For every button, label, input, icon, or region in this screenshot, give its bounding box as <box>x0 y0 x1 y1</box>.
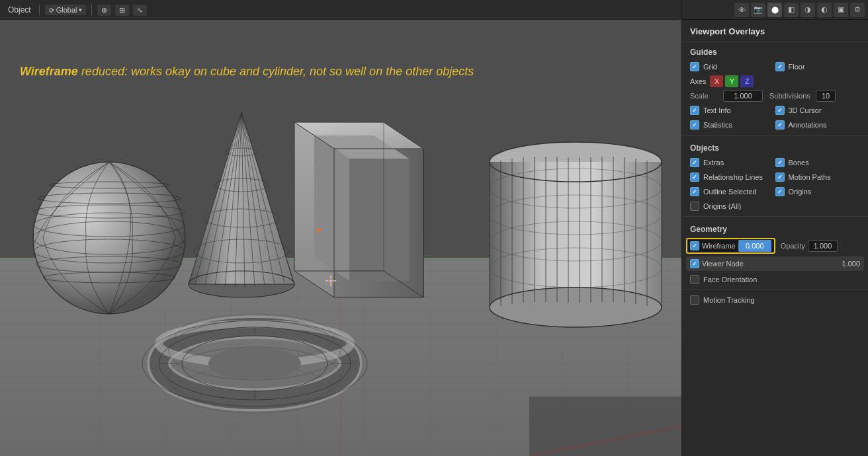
axes-buttons: X Y Z <box>710 75 754 87</box>
axis-y-btn[interactable]: Y <box>725 75 738 87</box>
svg-point-127 <box>328 278 333 284</box>
shading-solid[interactable]: ◧ <box>784 3 799 17</box>
subdivisions-input[interactable] <box>816 90 836 102</box>
svg-point-114 <box>182 336 327 391</box>
svg-point-42 <box>43 272 175 283</box>
shading-rendered[interactable]: ◐ <box>817 3 832 17</box>
svg-point-109 <box>490 287 662 327</box>
proportional-edit[interactable]: ∿ <box>133 5 147 16</box>
motionpaths-label: Motion Paths <box>789 173 831 181</box>
motion-tracking-row: Motion Tracking <box>682 293 868 307</box>
right-panel: 👁 📷 ⬤ ◧ ◑ ◐ ▣ ⚙ Viewport Overlays Guides… <box>681 0 868 456</box>
svg-line-51 <box>225 112 241 286</box>
text-info-cursor-row: Text Info 3D Cursor <box>682 103 868 118</box>
bones-checkbox[interactable] <box>775 158 785 167</box>
divider-1 <box>682 135 868 135</box>
svg-line-57 <box>241 112 284 283</box>
svg-rect-86 <box>490 162 662 307</box>
opacity-input[interactable] <box>808 240 838 252</box>
scale-input[interactable] <box>723 90 763 102</box>
settings-icon[interactable]: ⚙ <box>850 3 865 17</box>
outline-col: Outline Selected <box>690 187 775 196</box>
origins-checkbox[interactable] <box>775 187 785 196</box>
svg-line-49 <box>205 112 241 284</box>
proportional-icon: ∿ <box>137 6 143 15</box>
wireframe-checkbox[interactable] <box>690 241 699 250</box>
svg-point-63 <box>189 271 294 297</box>
svg-line-48 <box>195 112 241 283</box>
svg-point-128 <box>329 280 332 282</box>
annotations-label: Annotations <box>789 121 827 129</box>
text-info-checkbox[interactable] <box>690 106 699 115</box>
svg-point-112 <box>159 324 351 363</box>
svg-point-107 <box>490 221 662 261</box>
opacity-section: Opacity <box>778 238 864 254</box>
transform-orientation[interactable]: ⟳ Global ▾ <box>45 5 87 15</box>
grid-col: Grid <box>690 62 775 71</box>
panel-title: Viewport Overlays <box>682 20 868 42</box>
svg-marker-69 <box>314 135 349 281</box>
svg-point-113 <box>159 327 351 400</box>
separator-2 <box>91 5 92 15</box>
viewport[interactable]: Object ⟳ Global ▾ ⊕ ⊞ ∿ <box>0 0 681 456</box>
svg-line-6 <box>298 238 351 456</box>
face-orientation-row: Face Orientation <box>682 272 868 287</box>
origins-all-checkbox[interactable] <box>690 202 699 211</box>
motion-tracking-checkbox[interactable] <box>690 295 699 305</box>
svg-point-41 <box>36 256 182 272</box>
svg-line-72 <box>384 122 423 149</box>
axis-x-btn[interactable]: X <box>710 75 723 87</box>
top-toolbar: Object ⟳ Global ▾ ⊕ ⊞ ∿ <box>0 0 681 20</box>
extras-checkbox[interactable] <box>690 158 699 167</box>
shading-wireframe-btn[interactable]: ▣ <box>834 3 848 17</box>
rellines-col: Relationship Lines <box>690 172 775 182</box>
svg-rect-0 <box>0 20 681 456</box>
rellines-checkbox[interactable] <box>690 172 699 182</box>
annotations-checkbox[interactable] <box>775 120 785 130</box>
axis-z-btn[interactable]: Z <box>740 75 754 87</box>
divider-3 <box>682 289 868 290</box>
svg-point-45 <box>33 162 185 314</box>
svg-line-9 <box>423 238 595 456</box>
camera-icon[interactable]: 📷 <box>751 3 765 17</box>
pivot-point[interactable]: ⊕ <box>97 5 111 16</box>
motionpaths-checkbox[interactable] <box>775 172 785 182</box>
wireframe-label: Wireframe <box>702 242 736 250</box>
svg-point-124 <box>208 347 301 380</box>
floor-checkbox[interactable] <box>775 62 785 71</box>
viewer-node-container: Viewer Node 1.000 <box>686 256 864 271</box>
shading-material[interactable]: ◑ <box>801 3 815 17</box>
svg-line-75 <box>294 271 334 297</box>
stats-annotations-row: Statistics Annotations <box>682 118 868 132</box>
svg-point-43 <box>38 193 181 204</box>
rellines-motionpaths-row: Relationship Lines Motion Paths <box>682 170 868 184</box>
cursor-label: 3D Cursor <box>789 106 822 114</box>
svg-point-40 <box>34 239 185 263</box>
svg-point-61 <box>204 209 279 227</box>
snap-toggle[interactable]: ⊞ <box>115 5 129 16</box>
viewer-node-label: Viewer Node <box>702 260 744 268</box>
svg-line-7 <box>370 238 397 456</box>
wireframe-value-input[interactable] <box>738 240 771 252</box>
svg-marker-67 <box>334 149 423 297</box>
svg-line-5 <box>198 238 331 456</box>
outline-checkbox[interactable] <box>690 187 699 196</box>
grid-checkbox[interactable] <box>690 62 699 71</box>
extras-bones-row: Extras Bones <box>682 155 868 170</box>
viewer-node-value: 1.000 <box>842 260 860 268</box>
face-orientation-checkbox[interactable] <box>690 275 699 284</box>
svg-point-36 <box>33 162 185 314</box>
stats-checkbox[interactable] <box>690 120 699 130</box>
view-icon[interactable]: 👁 <box>734 3 749 17</box>
scale-label: Scale <box>690 92 723 100</box>
svg-point-60 <box>215 178 268 192</box>
svg-line-53 <box>241 112 245 287</box>
viewer-node-row: Viewer Node 1.000 <box>682 255 868 272</box>
svg-point-44 <box>50 182 169 188</box>
cursor-checkbox[interactable] <box>775 106 785 115</box>
axes-label: Axes <box>690 77 706 85</box>
overlay-icon[interactable]: ⬤ <box>767 3 782 17</box>
viewer-node-checkbox[interactable] <box>690 259 699 268</box>
svg-line-4 <box>132 238 298 456</box>
svg-line-74 <box>294 122 334 149</box>
